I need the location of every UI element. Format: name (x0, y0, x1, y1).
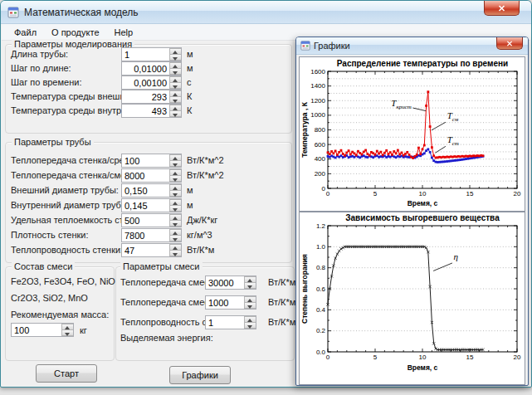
wall-density-spinner[interactable]: 7800 (121, 228, 182, 242)
spin-up-icon[interactable] (169, 229, 181, 235)
param-label: Шаг по времени: (11, 77, 81, 87)
spinner-buttons[interactable] (244, 276, 256, 289)
svg-text:Время, с: Время, с (408, 363, 438, 372)
spin-up-icon[interactable] (169, 214, 181, 220)
svg-text:1600: 1600 (310, 68, 325, 76)
param-unit: с (187, 77, 192, 87)
menu-file[interactable]: Файл (7, 26, 44, 39)
spin-down-icon[interactable] (61, 329, 73, 336)
length-step-spinner[interactable]: 0,01000 (121, 61, 182, 76)
groupbox-title: Параметры трубы (12, 137, 94, 147)
spin-up-icon[interactable] (169, 76, 181, 82)
spin-up-icon[interactable] (244, 276, 256, 282)
wall-conductivity-spinner[interactable]: 47 (121, 243, 182, 257)
burnout-chart-panel: Зависимость выгоревшего вещества05101520… (299, 212, 525, 385)
wall-heat-capacity-spinner[interactable]: 500 (121, 213, 182, 227)
spinner-buttons[interactable] (169, 90, 181, 103)
main-titlebar[interactable]: Математическая модель (1, 1, 531, 24)
spin-up-icon[interactable] (169, 90, 181, 96)
pipe-length-spinner[interactable]: 1 (121, 47, 182, 61)
spinner-buttons[interactable] (169, 154, 181, 167)
spin-down-icon[interactable] (169, 160, 181, 167)
spinner-buttons[interactable] (244, 296, 256, 309)
close-button[interactable] (484, 1, 520, 16)
param-label: Теплопередача стенка/смесь: (11, 170, 137, 180)
spin-up-icon[interactable] (169, 199, 181, 205)
spin-down-icon[interactable] (169, 175, 181, 182)
spin-down-icon[interactable] (169, 250, 181, 256)
svg-text:5: 5 (373, 190, 378, 198)
svg-text:0.0: 0.0 (316, 349, 326, 356)
param-unit: К (187, 105, 192, 115)
spin-up-icon[interactable] (169, 169, 181, 175)
mix-wall-transfer-spinner[interactable]: 30000 (205, 276, 256, 290)
param-unit: Вт/К*м (268, 317, 295, 327)
svg-text:1.0: 1.0 (316, 243, 326, 251)
charts-close-button[interactable] (496, 37, 523, 50)
mix-env-transfer-spinner[interactable]: 1000 (205, 295, 256, 310)
spin-up-icon[interactable] (169, 244, 181, 250)
charts-titlebar[interactable]: Графики (296, 37, 528, 55)
wall-env-transfer-spinner[interactable]: 100 (121, 154, 182, 168)
mix-conductivity-spinner[interactable]: 1 (205, 315, 256, 329)
spin-down-icon[interactable] (169, 54, 181, 61)
outer-temp-spinner[interactable]: 293 (121, 90, 182, 104)
spinner-buttons[interactable] (169, 184, 181, 197)
svg-text:15: 15 (466, 354, 474, 361)
spin-down-icon[interactable] (169, 82, 181, 89)
menu-about[interactable]: О продукте (44, 26, 106, 39)
spinner-buttons[interactable] (244, 316, 256, 329)
groupbox-title: Параметры смеси (120, 261, 203, 271)
spinner-buttons[interactable] (169, 62, 181, 75)
groupbox-title: Состав смеси (12, 261, 75, 271)
spin-up-icon[interactable] (169, 105, 181, 110)
param-label: Теплопроводность стенки: (11, 245, 123, 255)
spin-down-icon[interactable] (169, 68, 181, 75)
spin-up-icon[interactable] (169, 154, 181, 160)
spin-down-icon[interactable] (244, 302, 256, 309)
svg-text:0.8: 0.8 (316, 264, 326, 271)
close-icon (506, 41, 513, 46)
window-title: Графики (314, 41, 350, 51)
spin-down-icon[interactable] (169, 205, 181, 212)
spin-up-icon[interactable] (169, 184, 181, 190)
inner-temp-spinner[interactable]: 493 (121, 104, 182, 118)
spin-down-icon[interactable] (244, 322, 256, 329)
start-button[interactable]: Старт (36, 364, 97, 383)
spinner-buttons[interactable] (169, 48, 181, 61)
spin-up-icon[interactable] (169, 48, 181, 54)
inner-diameter-spinner[interactable]: 0,145 (121, 198, 182, 212)
menu-help[interactable]: Help (107, 26, 141, 39)
svg-text:5: 5 (373, 354, 378, 361)
spin-up-icon[interactable] (244, 296, 256, 302)
spinner-buttons[interactable] (169, 199, 181, 212)
spin-down-icon[interactable] (169, 190, 181, 197)
graphs-button[interactable]: Графики (169, 366, 231, 384)
temperature-time-chart: Распределение температуры по времени0510… (300, 57, 525, 211)
spin-down-icon[interactable] (169, 110, 181, 117)
spinner-buttons[interactable] (169, 229, 181, 241)
svg-text:1000: 1000 (310, 111, 325, 119)
param-unit: К (187, 91, 192, 101)
spin-up-icon[interactable] (169, 62, 181, 68)
spinner-buttons[interactable] (169, 105, 181, 117)
svg-text:1200: 1200 (310, 97, 325, 105)
spinner-buttons[interactable] (169, 169, 181, 182)
param-unit: м (187, 63, 193, 73)
spin-down-icon[interactable] (169, 235, 181, 241)
wall-mix-transfer-spinner[interactable]: 8000 (121, 168, 182, 183)
param-label: Шаг по длине: (11, 63, 71, 73)
spin-down-icon[interactable] (169, 96, 181, 103)
param-unit: кг/м^3 (187, 230, 212, 240)
param-unit: Вт/К*м^2 (187, 155, 224, 165)
spinner-buttons[interactable] (169, 244, 181, 256)
svg-text:1.2: 1.2 (316, 222, 326, 230)
time-step-spinner[interactable]: 0,00100 (121, 76, 182, 90)
spin-down-icon[interactable] (169, 220, 181, 227)
outer-diameter-spinner[interactable]: 0,150 (121, 183, 182, 198)
spinner-buttons[interactable] (169, 214, 181, 227)
spin-up-icon[interactable] (244, 316, 256, 322)
spin-down-icon[interactable] (244, 282, 256, 289)
svg-text:Степень выгорания: Степень выгорания (300, 254, 309, 324)
spinner-buttons[interactable] (169, 76, 181, 89)
